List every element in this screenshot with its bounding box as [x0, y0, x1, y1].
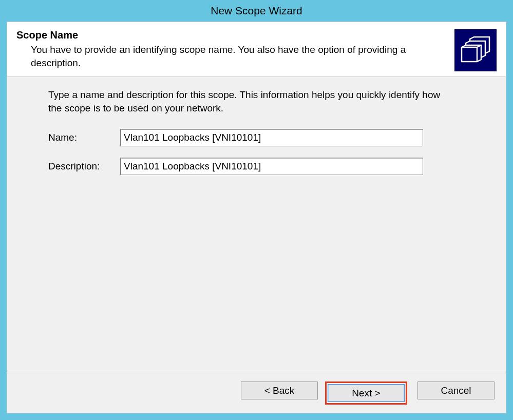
- titlebar[interactable]: New Scope Wizard: [0, 0, 513, 22]
- cancel-button[interactable]: Cancel: [417, 381, 495, 399]
- description-field[interactable]: [120, 158, 423, 175]
- name-row: Name:: [48, 129, 491, 146]
- wizard-footer: < Back Next > Cancel: [7, 373, 506, 413]
- description-row: Description:: [48, 158, 491, 175]
- window-title: New Scope Wizard: [211, 5, 302, 17]
- page-title: Scope Name: [16, 29, 449, 41]
- name-field[interactable]: [120, 129, 423, 146]
- wizard-header: Scope Name You have to provide an identi…: [7, 22, 506, 77]
- next-button[interactable]: Next >: [328, 384, 405, 402]
- page-subtitle: You have to provide an identifying scope…: [16, 43, 427, 69]
- wizard-header-text: Scope Name You have to provide an identi…: [16, 29, 454, 69]
- callout-highlight: Next >: [325, 381, 407, 405]
- description-label: Description:: [48, 161, 120, 172]
- folder-stack-icon: [454, 29, 497, 71]
- wizard-window: New Scope Wizard Scope Name You have to …: [0, 0, 513, 420]
- client-area: Scope Name You have to provide an identi…: [7, 22, 506, 413]
- intro-text: Type a name and description for this sco…: [48, 88, 444, 114]
- wizard-body: Type a name and description for this sco…: [7, 77, 506, 373]
- back-button[interactable]: < Back: [241, 381, 318, 399]
- name-label: Name:: [48, 132, 120, 143]
